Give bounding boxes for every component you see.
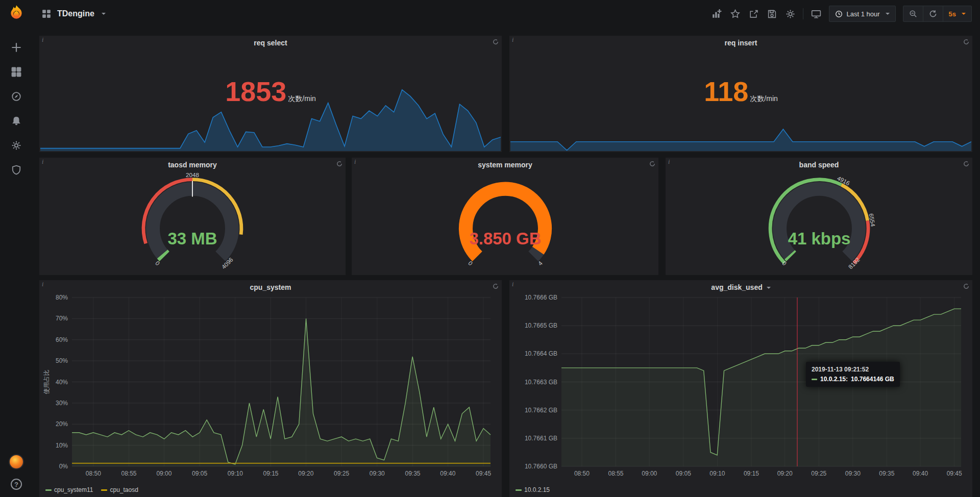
svg-text:10.7665 GB: 10.7665 GB (525, 322, 557, 329)
sidebar-item-explore[interactable] (10, 90, 23, 103)
tooltip-series-label: 10.0.2.15: (820, 376, 848, 383)
time-range-caret (886, 13, 890, 17)
panel-info-icon[interactable]: i (42, 281, 43, 288)
cycle-view-tv-button[interactable] (811, 8, 822, 19)
svg-text:50%: 50% (56, 357, 68, 364)
svg-text:09:45: 09:45 (947, 470, 962, 477)
nav-divider (803, 8, 803, 19)
panel-loading-spinner (649, 160, 655, 169)
panel-loading-spinner (336, 160, 342, 169)
svg-text:4096: 4096 (220, 256, 234, 270)
dashboard-grid-icon[interactable] (41, 8, 52, 19)
clock-icon (835, 10, 843, 18)
svg-text:41 kbps: 41 kbps (788, 229, 850, 248)
time-picker-group: Last 1 hour (829, 6, 895, 22)
add-panel-button[interactable] (711, 8, 722, 19)
panel-info-icon[interactable]: i (42, 36, 43, 44)
panel-title-text: avg_disk_used (711, 283, 762, 291)
panel-info-icon[interactable]: i (354, 158, 356, 166)
svg-text:10.7663 GB: 10.7663 GB (525, 379, 557, 386)
panel-loading-spinner (493, 38, 499, 47)
panel-taosd-memory: i taosd memory 02048409633 MB (39, 158, 346, 275)
svg-text:09:30: 09:30 (370, 470, 385, 477)
sidebar-item-alerting[interactable] (10, 114, 23, 128)
panel-menu-caret[interactable] (767, 287, 771, 291)
panel-info-icon[interactable]: i (42, 158, 43, 166)
legend-item[interactable]: cpu_system11 (45, 486, 93, 493)
svg-text:10.7666 GB: 10.7666 GB (525, 294, 557, 301)
panel-info-icon[interactable]: i (512, 36, 513, 44)
panel-title[interactable]: avg_disk_used (525, 283, 957, 291)
panel-loading-spinner (493, 282, 499, 291)
dashboard-title[interactable]: TDengine (57, 9, 94, 18)
gauge-chart: 049166554819241 kbps (666, 170, 972, 274)
svg-text:10.7664 GB: 10.7664 GB (525, 350, 557, 357)
svg-text:0: 0 (154, 260, 161, 267)
svg-text:09:15: 09:15 (744, 470, 759, 477)
grafana-logo[interactable] (8, 4, 25, 23)
refresh-icon (929, 10, 937, 18)
dashboard-title-caret[interactable] (102, 13, 106, 17)
time-range-button[interactable]: Last 1 hour (829, 6, 895, 21)
panel-title[interactable]: system memory (367, 161, 643, 169)
svg-text:09:20: 09:20 (298, 470, 313, 477)
panel-title[interactable]: taosd memory (55, 161, 330, 169)
graph-body: 08:5008:5509:0009:0509:1009:1509:2009:25… (512, 293, 969, 495)
sidebar-item-create[interactable] (10, 41, 23, 54)
sidebar-item-configuration[interactable] (10, 139, 23, 152)
svg-text:09:15: 09:15 (263, 470, 278, 477)
tooltip-series-value: 10.7664146 GB (851, 376, 894, 383)
share-button[interactable] (748, 8, 759, 19)
refresh-interval-button[interactable]: 5s (943, 6, 971, 21)
help-icon[interactable]: ? (11, 479, 22, 490)
svg-text:80%: 80% (56, 294, 68, 301)
panel-loading-spinner (963, 282, 969, 291)
tooltip-time: 2019-11-13 09:21:52 (812, 366, 894, 373)
sparkline-chart (40, 84, 501, 151)
sparkline-chart (510, 84, 971, 151)
save-button[interactable] (766, 8, 777, 19)
dashboard-canvas: i req select 1853 次数/min i req insert 11… (33, 28, 980, 497)
panel-title[interactable]: req insert (525, 39, 957, 47)
refresh-button[interactable] (923, 6, 943, 21)
svg-text:09:45: 09:45 (476, 470, 491, 477)
sidebar-item-server-admin[interactable] (10, 163, 23, 177)
sidebar-menu (10, 41, 23, 177)
panel-info-icon[interactable]: i (668, 158, 670, 166)
legend-item[interactable]: cpu_taosd (101, 486, 138, 493)
sidebar-item-dashboards[interactable] (10, 65, 23, 79)
svg-text:09:00: 09:00 (156, 470, 172, 477)
panel-band-speed: i band speed 049166554819241 kbps (666, 158, 972, 275)
star-button[interactable] (729, 8, 741, 19)
line-chart[interactable]: 08:5008:5509:0009:0509:1009:1509:2009:25… (512, 293, 969, 484)
settings-gear-icon[interactable] (785, 8, 796, 19)
sidebar: ? (0, 0, 33, 497)
panel-title[interactable]: req select (55, 39, 486, 47)
svg-text:09:30: 09:30 (845, 470, 861, 477)
graph-legend: 10.0.2.15 (516, 485, 550, 495)
refresh-interval-label: 5s (949, 10, 956, 18)
svg-text:0: 0 (467, 260, 474, 267)
panel-title[interactable]: band speed (681, 161, 957, 169)
tooltip-series-dash (812, 379, 817, 380)
panel-title[interactable]: cpu_system (55, 283, 486, 291)
panel-req-select: i req select 1853 次数/min (39, 36, 502, 152)
line-chart[interactable]: 08:5008:5509:0009:0509:1009:1509:2009:25… (42, 293, 499, 484)
gauge-chart: 043.850 GB (352, 170, 658, 274)
zoom-refresh-group: 5s (903, 6, 972, 22)
panel-loading-spinner (963, 38, 969, 47)
zoom-out-button[interactable] (903, 6, 923, 21)
svg-text:40%: 40% (56, 379, 68, 386)
svg-text:09:25: 09:25 (811, 470, 826, 477)
svg-text:09:20: 09:20 (777, 470, 793, 477)
svg-text:30%: 30% (56, 400, 68, 407)
panel-info-icon[interactable]: i (512, 281, 513, 288)
user-avatar[interactable] (9, 454, 24, 469)
panel-avg-disk-used: i avg_disk_used 08:5008:5509:0009:0509:1… (509, 280, 972, 497)
svg-text:09:40: 09:40 (440, 470, 455, 477)
svg-text:10.7660 GB: 10.7660 GB (525, 463, 557, 470)
svg-text:10.7661 GB: 10.7661 GB (525, 435, 557, 442)
panel-cpu-system: i cpu_system 08:5008:5509:0009:0509:1009… (39, 280, 502, 497)
legend-item[interactable]: 10.0.2.15 (516, 486, 550, 493)
svg-text:09:40: 09:40 (913, 470, 928, 477)
